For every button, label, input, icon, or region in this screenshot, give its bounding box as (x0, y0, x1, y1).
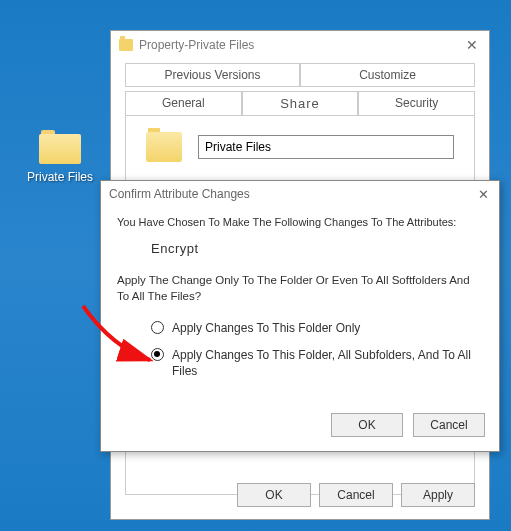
folder-name-input[interactable] (198, 135, 454, 159)
tabs-row-bottom: General Share Security (111, 87, 489, 115)
close-icon[interactable]: ✕ (463, 36, 481, 54)
confirm-attribute-dialog: Confirm Attribute Changes ✕ You Have Cho… (100, 180, 500, 452)
tab-previous-versions[interactable]: Previous Versions (125, 63, 300, 87)
radio-icon (151, 321, 164, 334)
properties-title-text: Property-Private Files (139, 38, 254, 52)
radio-label: Apply Changes To This Folder Only (172, 320, 360, 336)
tab-general[interactable]: General (125, 91, 242, 115)
tab-security[interactable]: Security (358, 91, 475, 115)
properties-titlebar: Property-Private Files ✕ (111, 31, 489, 59)
radio-icon (151, 348, 164, 361)
cancel-button[interactable]: Cancel (319, 483, 393, 507)
desktop-folder-private-files[interactable]: Private Files (25, 130, 95, 184)
confirm-titlebar: Confirm Attribute Changes ✕ (101, 181, 499, 207)
radio-this-folder-only[interactable]: Apply Changes To This Folder Only (151, 320, 483, 336)
confirm-message-2: Apply The Change Only To The Folder Or E… (117, 273, 483, 304)
confirm-body: You Have Chosen To Make The Following Ch… (101, 207, 499, 403)
folder-icon (146, 132, 182, 162)
cancel-button[interactable]: Cancel (413, 413, 485, 437)
desktop-folder-label: Private Files (25, 170, 95, 184)
confirm-message-1: You Have Chosen To Make The Following Ch… (117, 215, 483, 230)
ok-button[interactable]: OK (331, 413, 403, 437)
confirm-button-row: OK Cancel (101, 403, 499, 451)
ok-button[interactable]: OK (237, 483, 311, 507)
folder-icon (119, 39, 133, 51)
tab-customize[interactable]: Customize (300, 63, 475, 87)
radio-label: Apply Changes To This Folder, All Subfol… (172, 347, 483, 379)
close-icon[interactable]: ✕ (475, 186, 491, 202)
tabs-row-top: Previous Versions Customize (111, 59, 489, 87)
folder-icon (39, 130, 81, 164)
apply-button[interactable]: Apply (401, 483, 475, 507)
confirm-attribute-encrypt: Encrypt (151, 240, 483, 258)
tab-share[interactable]: Share (242, 91, 359, 115)
radio-all-subfolders[interactable]: Apply Changes To This Folder, All Subfol… (151, 347, 483, 379)
properties-button-row: OK Cancel Apply (237, 483, 475, 507)
confirm-title-text: Confirm Attribute Changes (109, 187, 250, 201)
